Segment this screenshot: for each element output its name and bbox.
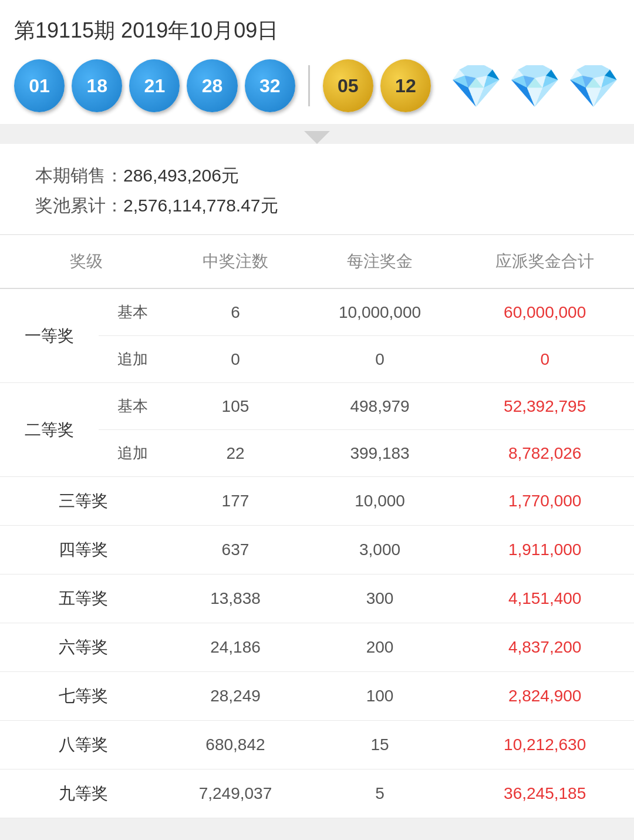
prize-name-third: 三等奖 — [0, 477, 167, 526]
col-win-count: 中奖注数 — [167, 235, 303, 288]
main-section: 本期销售：286,493,206元 奖池累计：2,576,114,778.47元… — [0, 144, 634, 818]
table-header-row: 奖级 中奖注数 每注奖金 应派奖金合计 — [0, 235, 634, 288]
sales-label-1: 本期销售： — [35, 166, 123, 185]
table-row: 二等奖 基本 105 498,979 52,392,795 — [0, 383, 634, 430]
table-row: 三等奖 177 10,000 1,770,000 — [0, 477, 634, 526]
per-1-basic: 10,000,000 — [304, 288, 456, 336]
diamond-2: 💎 — [508, 61, 561, 111]
col-per-prize: 每注奖金 — [304, 235, 456, 288]
count-1-basic: 6 — [167, 288, 303, 336]
prize-name-sixth: 六等奖 — [0, 623, 167, 672]
total-8: 10,212,630 — [456, 721, 634, 770]
table-row: 七等奖 28,249 100 2,824,900 — [0, 672, 634, 721]
sub-label-basic-1: 基本 — [99, 288, 167, 336]
count-4: 637 — [167, 526, 303, 574]
per-1-extra: 0 — [304, 336, 456, 383]
total-2-extra: 8,782,026 — [456, 430, 634, 477]
count-3: 177 — [167, 477, 303, 526]
prize-name-eighth: 八等奖 — [0, 721, 167, 770]
prize-pool-label: 奖池累计： — [35, 196, 123, 215]
per-8: 15 — [304, 721, 456, 770]
table-row: 六等奖 24,186 200 4,837,200 — [0, 623, 634, 672]
total-9: 36,245,185 — [456, 770, 634, 818]
table-row: 五等奖 13,838 300 4,151,400 — [0, 574, 634, 623]
count-2-basic: 105 — [167, 383, 303, 430]
count-8: 680,842 — [167, 721, 303, 770]
sub-label-extra-1: 追加 — [99, 336, 167, 383]
count-9: 7,249,037 — [167, 770, 303, 818]
prize-table: 奖级 中奖注数 每注奖金 应派奖金合计 一等奖 基本 6 10,000,000 … — [0, 235, 634, 818]
table-row: 四等奖 637 3,000 1,911,000 — [0, 526, 634, 574]
prize-name-fourth: 四等奖 — [0, 526, 167, 574]
total-3: 1,770,000 — [456, 477, 634, 526]
table-row: 九等奖 7,249,037 5 36,245,185 — [0, 770, 634, 818]
total-1-basic: 60,000,000 — [456, 288, 634, 336]
prize-name-first: 一等奖 — [0, 288, 99, 383]
gold-ball-1: 05 — [323, 59, 373, 112]
sales-info: 本期销售：286,493,206元 奖池累计：2,576,114,778.47元 — [0, 144, 634, 235]
total-6: 4,837,200 — [456, 623, 634, 672]
blue-ball-5: 32 — [245, 59, 295, 112]
total-1-extra: 0 — [456, 336, 634, 383]
count-6: 24,186 — [167, 623, 303, 672]
count-1-extra: 0 — [167, 336, 303, 383]
per-7: 100 — [304, 672, 456, 721]
count-2-extra: 22 — [167, 430, 303, 477]
per-5: 300 — [304, 574, 456, 623]
diamond-3: 💎 — [567, 61, 620, 111]
blue-ball-1: 01 — [14, 59, 65, 112]
count-7: 28,249 — [167, 672, 303, 721]
total-5: 4,151,400 — [456, 574, 634, 623]
total-2-basic: 52,392,795 — [456, 383, 634, 430]
prize-name-second: 二等奖 — [0, 383, 99, 477]
prize-pool-value: 2,576,114,778.47元 — [123, 196, 278, 215]
per-6: 200 — [304, 623, 456, 672]
col-prize-level: 奖级 — [0, 235, 167, 288]
per-4: 3,000 — [304, 526, 456, 574]
per-3: 10,000 — [304, 477, 456, 526]
arrow-down — [0, 124, 634, 144]
table-row: 一等奖 基本 6 10,000,000 60,000,000 — [0, 288, 634, 336]
diamond-icons: 💎 💎 💎 — [450, 61, 620, 111]
per-2-extra: 399,183 — [304, 430, 456, 477]
top-section: 第19115期 2019年10月09日 01 18 21 28 32 05 12… — [0, 0, 634, 124]
gold-ball-2: 12 — [380, 59, 431, 112]
sub-label-extra-2: 追加 — [99, 430, 167, 477]
sales-value-1: 286,493,206元 — [123, 166, 239, 185]
blue-ball-3: 21 — [129, 59, 180, 112]
table-row: 八等奖 680,842 15 10,212,630 — [0, 721, 634, 770]
count-5: 13,838 — [167, 574, 303, 623]
prize-name-fifth: 五等奖 — [0, 574, 167, 623]
prize-name-ninth: 九等奖 — [0, 770, 167, 818]
per-2-basic: 498,979 — [304, 383, 456, 430]
sales-line-1: 本期销售：286,493,206元 — [35, 160, 611, 190]
ball-separator — [308, 65, 310, 106]
diamond-1: 💎 — [450, 61, 503, 111]
sub-label-basic-2: 基本 — [99, 383, 167, 430]
blue-ball-2: 18 — [72, 59, 122, 112]
total-7: 2,824,900 — [456, 672, 634, 721]
blue-ball-4: 28 — [187, 59, 237, 112]
prize-name-seventh: 七等奖 — [0, 672, 167, 721]
draw-title: 第19115期 2019年10月09日 — [14, 16, 620, 45]
balls-row: 01 18 21 28 32 05 12 💎 💎 💎 — [14, 59, 620, 112]
total-4: 1,911,000 — [456, 526, 634, 574]
arrow-triangle-icon — [304, 131, 330, 144]
sales-line-2: 奖池累计：2,576,114,778.47元 — [35, 190, 611, 220]
col-total-prize: 应派奖金合计 — [456, 235, 634, 288]
per-9: 5 — [304, 770, 456, 818]
